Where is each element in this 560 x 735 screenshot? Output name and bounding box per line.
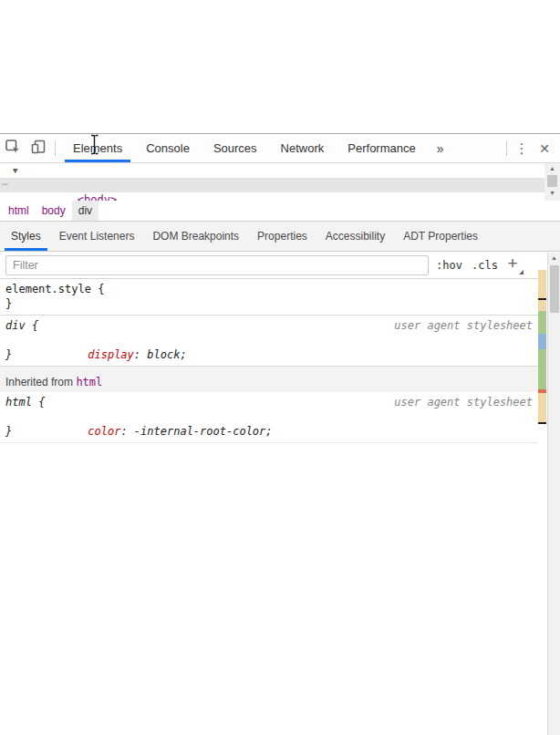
- kebab-menu-icon[interactable]: ⋮: [511, 140, 533, 157]
- breadcrumb-item-body[interactable]: body: [36, 201, 72, 221]
- declaration-display: display: block;: [0, 333, 538, 347]
- scroll-down-icon[interactable]: ▼: [549, 188, 555, 199]
- open-brace: {: [32, 396, 45, 409]
- devtools-panel: Elements Console Sources Network Perform…: [0, 133, 560, 735]
- dom-node-div-selected[interactable]: … <div></div> == $0: [0, 178, 560, 192]
- minimap-segment-tan: [538, 393, 546, 423]
- minimap-segment-green: [538, 311, 546, 334]
- semicolon: ;: [265, 425, 272, 438]
- breadcrumb: html body div: [0, 201, 560, 222]
- breadcrumb-item-html[interactable]: html: [2, 201, 36, 221]
- tab-sources[interactable]: Sources: [202, 134, 269, 162]
- inherited-node-link[interactable]: html: [76, 376, 102, 388]
- open-brace: {: [26, 319, 38, 332]
- pseudo-state-toggle[interactable]: :hov: [436, 259, 462, 272]
- dom-tree-scrollbar-thumb[interactable]: [547, 175, 557, 187]
- inherited-from-label: Inherited from: [5, 376, 76, 388]
- tab-performance[interactable]: Performance: [336, 134, 427, 162]
- minimap-segment-tan: [538, 270, 546, 311]
- tab-adt-properties[interactable]: ADT Properties: [394, 222, 487, 251]
- selector-div[interactable]: div: [5, 319, 26, 332]
- expander-triangle-icon[interactable]: ▼: [13, 163, 17, 178]
- toolbar-right-controls: ⋮ ✕: [503, 140, 560, 157]
- colon: :: [134, 348, 147, 361]
- colon: :: [120, 425, 133, 438]
- property-name[interactable]: display: [88, 348, 134, 361]
- minimap-tick: [538, 298, 546, 300]
- declaration-color: color: -internal-root-color;: [0, 409, 538, 424]
- close-icon[interactable]: ✕: [533, 141, 556, 156]
- dom-node-body-open[interactable]: ▼ <body>: [0, 163, 560, 178]
- property-value[interactable]: block: [147, 348, 180, 361]
- close-brace: }: [5, 297, 12, 310]
- minimap-segment-blue: [538, 334, 546, 349]
- scroll-up-icon[interactable]: ▲: [551, 253, 557, 264]
- minimap-tick: [538, 422, 546, 424]
- selector-element-style[interactable]: element.style: [5, 283, 91, 295]
- styles-minimap-strip: [538, 253, 547, 735]
- close-brace: }: [5, 425, 12, 438]
- stylesheet-origin-label: user agent stylesheet: [394, 318, 533, 333]
- inspect-element-button[interactable]: [0, 137, 26, 160]
- panel-tabs: Elements Console Sources Network Perform…: [61, 134, 453, 162]
- tab-dom-breakpoints[interactable]: DOM Breakpoints: [143, 222, 248, 251]
- styles-pane: element.style { } div { user agent style…: [0, 279, 538, 735]
- inspect-cursor-icon: [5, 139, 21, 159]
- screenshot-root: Elements Console Sources Network Perform…: [0, 0, 560, 735]
- tab-console[interactable]: Console: [134, 134, 202, 162]
- tab-properties[interactable]: Properties: [248, 222, 316, 251]
- text-cursor-icon: [88, 134, 100, 159]
- breadcrumb-item-div[interactable]: div: [72, 201, 99, 221]
- dom-node-body-close[interactable]: </body>: [0, 192, 560, 201]
- styles-filter-input[interactable]: [5, 255, 429, 275]
- styles-sidebar-tabs: Styles Event Listeners DOM Breakpoints P…: [0, 222, 560, 252]
- dom-tree-scrollbar[interactable]: ▲ ▼: [544, 163, 560, 201]
- styles-filter-bar: :hov .cls +: [0, 252, 538, 279]
- device-toolbar-button[interactable]: [26, 137, 51, 160]
- tab-event-listeners[interactable]: Event Listeners: [50, 222, 144, 251]
- rule-html-user-agent: html { user agent stylesheet color: -int…: [0, 392, 538, 443]
- dom-tree-panel: ▼ <body> … <div></div> == $0 </body> ▲ ▼: [0, 163, 560, 201]
- tab-network[interactable]: Network: [269, 134, 337, 162]
- devtools-toolbar: Elements Console Sources Network Perform…: [0, 134, 560, 163]
- toolbar-divider: [506, 141, 507, 156]
- property-value[interactable]: -internal-root-color: [134, 425, 266, 438]
- open-brace: {: [91, 283, 104, 295]
- styles-pane-scrollbar[interactable]: ▲: [547, 253, 560, 735]
- rule-div-user-agent: div { user agent stylesheet display: blo…: [0, 316, 538, 367]
- selector-html[interactable]: html: [5, 396, 32, 409]
- stylesheet-origin-label: user agent stylesheet: [394, 395, 533, 409]
- page-background: [0, 0, 560, 133]
- toolbar-divider: [55, 141, 56, 156]
- more-panels-button[interactable]: »: [428, 134, 453, 162]
- property-name[interactable]: color: [88, 425, 120, 438]
- device-toolbar-icon: [30, 139, 47, 159]
- node-options-icon[interactable]: …: [2, 175, 9, 190]
- scroll-up-icon[interactable]: ▲: [549, 163, 555, 174]
- styles-scrollbar-thumb[interactable]: [550, 265, 559, 313]
- semicolon: ;: [180, 348, 186, 361]
- drop-corner-icon: [519, 270, 524, 274]
- close-brace: }: [5, 348, 12, 361]
- inherited-from-header: Inherited from html: [0, 367, 538, 392]
- element-classes-toggle[interactable]: .cls: [472, 259, 498, 272]
- minimap-segment-green: [538, 349, 546, 389]
- tab-accessibility[interactable]: Accessibility: [316, 222, 394, 251]
- rule-element-style: element.style { }: [0, 279, 538, 316]
- tab-styles[interactable]: Styles: [2, 222, 50, 251]
